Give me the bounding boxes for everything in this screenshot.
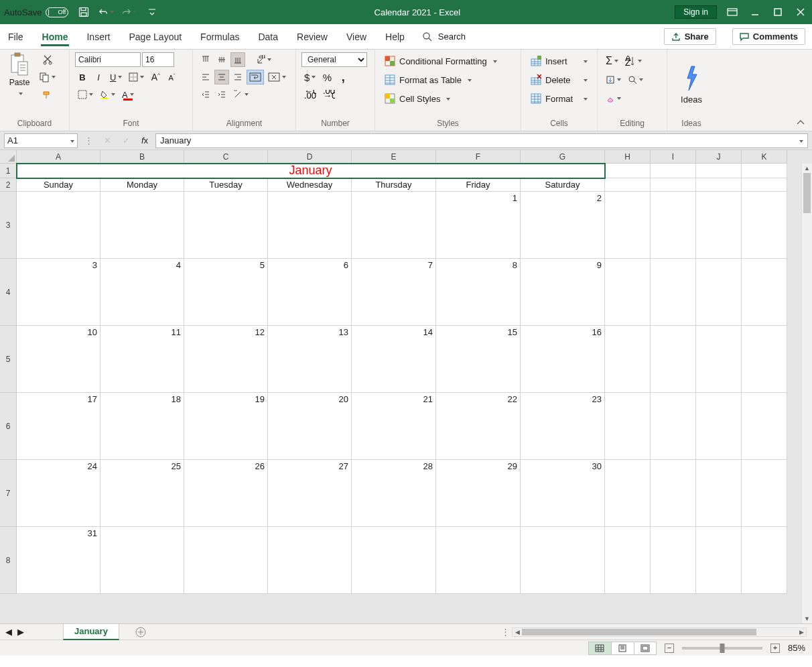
- autosum-icon[interactable]: Σ: [603, 54, 621, 68]
- shrink-font-icon[interactable]: Aˇ: [164, 70, 179, 84]
- ribbon-display-icon[interactable]: [725, 5, 740, 19]
- cell[interactable]: [696, 460, 742, 527]
- save-icon[interactable]: [76, 5, 91, 19]
- format-as-table-button[interactable]: Format as Table: [381, 72, 515, 87]
- date-cell[interactable]: 17: [17, 393, 100, 460]
- month-title-cell[interactable]: January: [17, 164, 605, 178]
- row-header[interactable]: 2: [0, 178, 17, 192]
- col-header[interactable]: H: [605, 150, 651, 164]
- cell[interactable]: [742, 259, 787, 326]
- date-cell[interactable]: 18: [100, 393, 184, 460]
- date-cell[interactable]: [352, 192, 436, 259]
- cell[interactable]: [651, 527, 696, 594]
- day-header-cell[interactable]: Saturday: [521, 178, 605, 192]
- date-cell[interactable]: [268, 527, 352, 594]
- tab-review[interactable]: Review: [295, 27, 329, 46]
- increase-indent-icon[interactable]: [214, 87, 229, 102]
- row-header[interactable]: 5: [0, 326, 17, 393]
- align-top-icon[interactable]: [198, 52, 213, 67]
- align-bottom-icon[interactable]: [230, 52, 245, 67]
- row-header[interactable]: 3: [0, 192, 17, 259]
- cell-styles-button[interactable]: Cell Styles: [381, 91, 515, 106]
- cell[interactable]: [651, 393, 696, 460]
- sheet-split-icon[interactable]: ⋮: [501, 627, 506, 637]
- align-right-icon[interactable]: [230, 70, 245, 84]
- cell[interactable]: [742, 164, 787, 178]
- enter-formula-icon[interactable]: ✓: [118, 133, 134, 148]
- cell[interactable]: [605, 192, 651, 259]
- copy-icon[interactable]: [36, 70, 58, 84]
- date-cell[interactable]: 2: [521, 192, 605, 259]
- font-color-icon[interactable]: A: [119, 87, 137, 102]
- minimize-icon[interactable]: [748, 5, 762, 19]
- decrease-indent-icon[interactable]: [198, 87, 213, 102]
- add-sheet-button[interactable]: [133, 624, 149, 640]
- select-all-corner[interactable]: [0, 150, 17, 164]
- row-header[interactable]: 7: [0, 460, 17, 527]
- sort-filter-icon[interactable]: AZ: [622, 54, 645, 68]
- date-cell[interactable]: [521, 527, 605, 594]
- currency-icon[interactable]: $: [301, 70, 318, 84]
- tab-insert[interactable]: Insert: [85, 27, 111, 46]
- cell[interactable]: [696, 326, 742, 393]
- cells-container[interactable]: JanuarySundayMondayTuesdayWednesdayThurs…: [17, 164, 787, 594]
- sign-in-button[interactable]: Sign in: [675, 5, 717, 19]
- collapse-ribbon-icon[interactable]: [796, 118, 805, 128]
- sheet-nav-next-icon[interactable]: ▶: [17, 627, 24, 637]
- cell[interactable]: [742, 192, 787, 259]
- cell[interactable]: [605, 178, 651, 192]
- cell[interactable]: [651, 178, 696, 192]
- col-header[interactable]: J: [696, 150, 742, 164]
- fill-icon[interactable]: [603, 72, 624, 87]
- col-header[interactable]: K: [742, 150, 787, 164]
- date-cell[interactable]: [352, 527, 436, 594]
- sheet-nav-prev-icon[interactable]: ◀: [5, 627, 12, 637]
- row-header[interactable]: 1: [0, 164, 17, 178]
- day-header-cell[interactable]: Friday: [436, 178, 521, 192]
- delete-cells-button[interactable]: Delete: [527, 72, 592, 87]
- tab-help[interactable]: Help: [384, 27, 406, 46]
- date-cell[interactable]: 30: [521, 460, 605, 527]
- date-cell[interactable]: 27: [268, 460, 352, 527]
- row-header[interactable]: 8: [0, 527, 17, 594]
- scroll-thumb[interactable]: [803, 173, 811, 213]
- cell[interactable]: [696, 393, 742, 460]
- underline-button[interactable]: U: [107, 70, 125, 84]
- zoom-slider[interactable]: [682, 647, 762, 650]
- format-cells-button[interactable]: Format: [527, 91, 592, 106]
- cell[interactable]: [605, 326, 651, 393]
- date-cell[interactable]: [268, 192, 352, 259]
- date-cell[interactable]: 21: [352, 393, 436, 460]
- font-name-combo[interactable]: [75, 52, 141, 67]
- cell[interactable]: [605, 164, 651, 178]
- col-header[interactable]: G: [521, 150, 605, 164]
- cell[interactable]: [605, 527, 651, 594]
- date-cell[interactable]: 3: [17, 259, 100, 326]
- cell[interactable]: [651, 192, 696, 259]
- cell[interactable]: [696, 259, 742, 326]
- percent-icon[interactable]: %: [320, 70, 334, 84]
- cell[interactable]: [696, 192, 742, 259]
- day-header-cell[interactable]: Sunday: [17, 178, 100, 192]
- tab-file[interactable]: File: [7, 27, 25, 46]
- qat-customize-icon[interactable]: [145, 5, 159, 19]
- col-header[interactable]: C: [184, 150, 268, 164]
- date-cell[interactable]: 28: [352, 460, 436, 527]
- date-cell[interactable]: 26: [184, 460, 268, 527]
- date-cell[interactable]: [184, 192, 268, 259]
- increase-decimal-icon[interactable]: ←0.00: [301, 87, 319, 102]
- font-size-combo[interactable]: [142, 52, 174, 67]
- col-header[interactable]: D: [268, 150, 352, 164]
- tab-formulas[interactable]: Formulas: [199, 27, 241, 46]
- comments-button[interactable]: Comments: [732, 28, 805, 45]
- date-cell[interactable]: 23: [521, 393, 605, 460]
- name-box-split-icon[interactable]: ⋮: [80, 133, 96, 148]
- tab-page-layout[interactable]: Page Layout: [127, 27, 183, 46]
- date-cell[interactable]: 24: [17, 460, 100, 527]
- day-header-cell[interactable]: Wednesday: [268, 178, 352, 192]
- hscroll-thumb[interactable]: [522, 629, 756, 635]
- format-painter-icon[interactable]: [36, 87, 58, 102]
- fx-icon[interactable]: fx: [137, 133, 153, 148]
- date-cell[interactable]: 7: [352, 259, 436, 326]
- date-cell[interactable]: 25: [100, 460, 184, 527]
